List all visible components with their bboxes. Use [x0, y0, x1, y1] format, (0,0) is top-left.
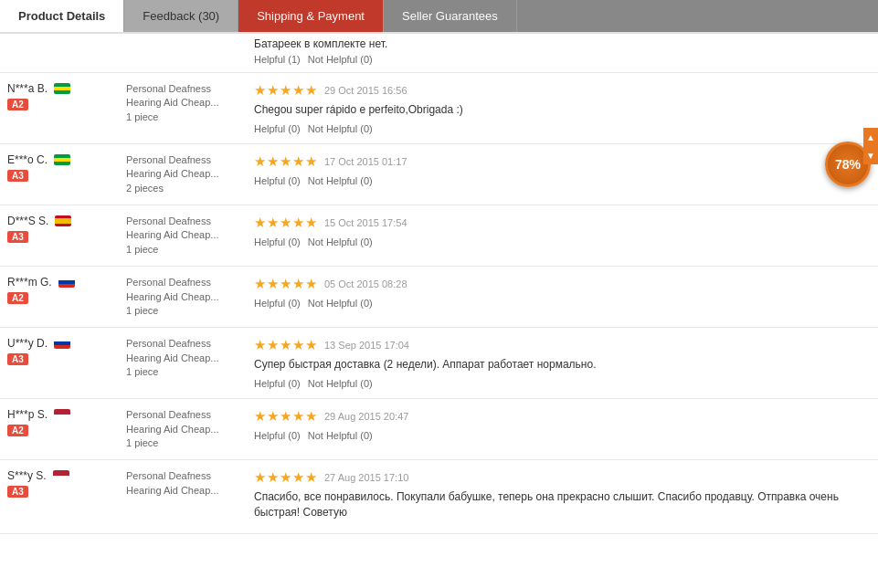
- star-icon: ★: [292, 408, 304, 425]
- quantity: 1 piece: [126, 365, 247, 379]
- not-helpful-button[interactable]: Not Helpful (0): [308, 430, 373, 441]
- rating-header: ★★★★★ 05 Oct 2015 08:28: [254, 276, 871, 292]
- product-name: Personal Deafness Hearing Aid Cheap...: [126, 408, 247, 436]
- reviewer-name: H***p S.: [7, 408, 70, 421]
- quantity: 1 piece: [126, 110, 247, 124]
- not-helpful-button[interactable]: Not Helpful (0): [308, 298, 373, 309]
- quantity: 1 piece: [126, 243, 247, 257]
- reviewer-col: E***o C. A3: [7, 153, 126, 182]
- rating-header: ★★★★★ 29 Aug 2015 20:47: [254, 408, 871, 425]
- star-icon: ★: [267, 337, 279, 353]
- flag-icon: [54, 409, 70, 420]
- review-row: D***S S. A3 Personal Deafness Hearing Ai…: [0, 205, 878, 267]
- star-icon: ★: [254, 153, 266, 170]
- star-icon: ★: [267, 82, 279, 99]
- review-text: Супер быстрая доставка (2 недели). Аппар…: [254, 357, 871, 373]
- helpful-row: Helpful (0) Not Helpful (0): [254, 430, 871, 441]
- review-row: R***m G. A2 Personal Deafness Hearing Ai…: [0, 267, 878, 328]
- rating-content-col: ★★★★★ 15 Oct 2015 17:54 Helpful (0) Not …: [254, 215, 871, 247]
- review-row: N***a B. A2 Personal Deafness Hearing Ai…: [0, 73, 878, 144]
- helpful-row: Helpful (0) Not Helpful (0): [254, 236, 871, 247]
- stars: ★★★★★: [254, 408, 317, 425]
- star-icon: ★: [267, 276, 279, 292]
- tab-product-details[interactable]: Product Details: [0, 0, 124, 32]
- star-icon: ★: [254, 215, 266, 231]
- product-col: Personal Deafness Hearing Aid Cheap...: [126, 469, 254, 498]
- quantity: 1 piece: [126, 436, 247, 450]
- star-icon: ★: [280, 82, 291, 99]
- product-col: Personal Deafness Hearing Aid Cheap... 1…: [126, 337, 254, 379]
- star-icon: ★: [280, 408, 291, 425]
- helpful-button[interactable]: Helpful (1): [254, 54, 301, 65]
- reviewer-name: E***o C.: [7, 153, 70, 166]
- star-icon: ★: [267, 408, 279, 425]
- review-date: 15 Oct 2015 17:54: [324, 217, 407, 228]
- rating-content-col: ★★★★★ 05 Oct 2015 08:28 Helpful (0) Not …: [254, 276, 871, 309]
- quantity: 1 piece: [126, 304, 247, 318]
- review-text: Chegou super rápido e perfeito,Obrigada …: [254, 102, 871, 118]
- scroll-arrows: ▲ ▼: [863, 128, 878, 164]
- product-col: Personal Deafness Hearing Aid Cheap... 2…: [126, 153, 254, 195]
- not-helpful-button[interactable]: Not Helpful (0): [308, 54, 373, 65]
- tab-bar: Product Details Feedback (30) Shipping &…: [0, 0, 878, 34]
- scroll-down-button[interactable]: ▼: [863, 146, 878, 164]
- star-icon: ★: [305, 82, 317, 99]
- helpful-button[interactable]: Helpful (0): [254, 175, 301, 186]
- rating-header: ★★★★★ 29 Oct 2015 16:56: [254, 82, 871, 99]
- size-badge: A2: [7, 425, 28, 436]
- tab-seller-guarantees[interactable]: Seller Guarantees: [384, 0, 517, 32]
- star-icon: ★: [292, 469, 304, 486]
- product-col: Personal Deafness Hearing Aid Cheap... 1…: [126, 408, 254, 450]
- not-helpful-button[interactable]: Not Helpful (0): [308, 123, 373, 134]
- reviewer-col: D***S S. A3: [7, 215, 126, 243]
- reviewer-col: R***m G. A2: [7, 276, 126, 304]
- quantity: 2 pieces: [126, 182, 247, 195]
- reviewer-name: S***y S.: [7, 469, 69, 482]
- product-name: Personal Deafness Hearing Aid Cheap...: [126, 337, 247, 365]
- not-helpful-button[interactable]: Not Helpful (0): [308, 175, 373, 186]
- size-badge: A2: [7, 99, 28, 110]
- helpful-button[interactable]: Helpful (0): [254, 236, 301, 247]
- stars: ★★★★★: [254, 215, 317, 231]
- star-icon: ★: [305, 337, 317, 353]
- reviewer-name: U***y D.: [7, 337, 70, 350]
- tab-shipping[interactable]: Shipping & Payment: [238, 0, 384, 32]
- size-badge: A3: [7, 486, 28, 498]
- partial-helpful-row: Helpful (1) Not Helpful (0): [7, 54, 871, 65]
- flag-icon: [53, 470, 69, 481]
- helpful-button[interactable]: Helpful (0): [254, 378, 301, 389]
- helpful-button[interactable]: Helpful (0): [254, 298, 301, 309]
- scroll-up-button[interactable]: ▲: [863, 128, 878, 146]
- star-icon: ★: [305, 408, 317, 425]
- star-icon: ★: [254, 276, 266, 292]
- flag-icon: [58, 277, 75, 288]
- reviewer-col: H***p S. A2: [7, 408, 126, 436]
- size-badge: A2: [7, 292, 28, 304]
- flag-icon: [54, 338, 70, 349]
- review-date: 17 Oct 2015 01:17: [324, 156, 407, 167]
- star-icon: ★: [292, 276, 304, 292]
- rating-header: ★★★★★ 13 Sep 2015 17:04: [254, 337, 871, 353]
- reviewer-name: D***S S.: [7, 215, 71, 227]
- product-name: Personal Deafness Hearing Aid Cheap...: [126, 153, 247, 182]
- rating-content-col: ★★★★★ 17 Oct 2015 01:17 Helpful (0) Not …: [254, 153, 871, 186]
- star-icon: ★: [305, 153, 317, 170]
- star-icon: ★: [254, 469, 266, 486]
- tab-feedback[interactable]: Feedback (30): [124, 0, 238, 32]
- not-helpful-button[interactable]: Not Helpful (0): [308, 236, 373, 247]
- size-badge: A3: [7, 353, 28, 365]
- review-date: 29 Aug 2015 20:47: [324, 411, 408, 422]
- helpful-button[interactable]: Helpful (0): [254, 123, 301, 134]
- star-icon: ★: [267, 215, 279, 231]
- star-icon: ★: [292, 215, 304, 231]
- helpful-button[interactable]: Helpful (0): [254, 430, 301, 441]
- reviewer-name: R***m G.: [7, 276, 75, 289]
- partial-review-row: Батареек в комплекте нет. Helpful (1) No…: [0, 34, 878, 73]
- star-icon: ★: [292, 337, 304, 353]
- stars: ★★★★★: [254, 153, 317, 170]
- not-helpful-button[interactable]: Not Helpful (0): [308, 378, 373, 389]
- reviewer-col: N***a B. A2: [7, 82, 126, 110]
- star-icon: ★: [254, 408, 266, 425]
- stars: ★★★★★: [254, 337, 317, 353]
- flag-icon: [55, 215, 71, 226]
